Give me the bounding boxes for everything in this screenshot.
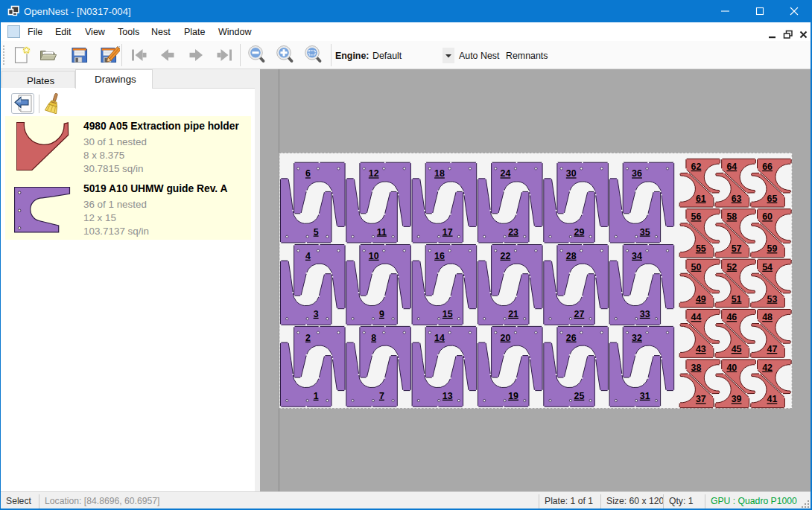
svg-text:41: 41: [767, 394, 778, 404]
svg-text:56: 56: [691, 211, 702, 222]
svg-text:47: 47: [767, 344, 778, 354]
svg-text:17: 17: [443, 227, 453, 238]
svg-text:29: 29: [574, 227, 585, 238]
svg-text:12: 12: [369, 168, 379, 179]
svg-text:35: 35: [640, 227, 650, 238]
svg-text:49: 49: [696, 294, 706, 305]
svg-text:65: 65: [767, 194, 778, 204]
svg-text:22: 22: [501, 251, 511, 261]
svg-text:36: 36: [632, 168, 642, 179]
svg-text:19: 19: [508, 391, 518, 401]
svg-text:44: 44: [691, 312, 702, 322]
svg-text:53: 53: [767, 294, 778, 305]
svg-text:59: 59: [767, 243, 778, 254]
svg-text:42: 42: [762, 363, 773, 373]
svg-text:38: 38: [691, 363, 702, 373]
svg-text:46: 46: [726, 312, 737, 322]
svg-text:62: 62: [691, 162, 702, 172]
svg-text:9: 9: [379, 309, 384, 319]
svg-text:26: 26: [566, 333, 577, 343]
svg-text:33: 33: [640, 309, 650, 319]
svg-text:5: 5: [314, 227, 319, 238]
svg-text:37: 37: [696, 394, 706, 404]
svg-text:13: 13: [443, 391, 453, 401]
svg-text:15: 15: [443, 309, 453, 319]
svg-text:52: 52: [726, 262, 737, 272]
svg-text:43: 43: [696, 344, 706, 354]
svg-text:32: 32: [632, 333, 642, 343]
svg-text:3: 3: [314, 309, 319, 319]
svg-text:24: 24: [501, 168, 511, 179]
svg-text:6: 6: [305, 168, 311, 179]
svg-text:39: 39: [732, 394, 742, 404]
svg-text:55: 55: [696, 243, 706, 254]
svg-text:23: 23: [508, 227, 518, 238]
svg-text:51: 51: [732, 294, 742, 305]
svg-text:45: 45: [732, 344, 742, 354]
svg-text:8: 8: [371, 333, 376, 343]
svg-text:40: 40: [726, 363, 737, 373]
svg-text:28: 28: [566, 251, 577, 261]
svg-text:4: 4: [305, 251, 311, 261]
svg-text:58: 58: [726, 211, 737, 222]
svg-text:20: 20: [501, 333, 511, 343]
svg-text:11: 11: [377, 227, 387, 238]
svg-text:10: 10: [369, 251, 379, 261]
svg-text:61: 61: [696, 194, 706, 204]
svg-text:25: 25: [574, 391, 585, 401]
svg-text:27: 27: [574, 309, 585, 319]
svg-text:50: 50: [691, 262, 702, 272]
svg-text:34: 34: [632, 251, 642, 261]
svg-text:63: 63: [732, 194, 742, 204]
svg-text:60: 60: [762, 211, 773, 222]
svg-text:16: 16: [434, 251, 445, 261]
svg-text:54: 54: [762, 262, 773, 272]
svg-text:30: 30: [566, 168, 577, 179]
svg-text:18: 18: [434, 168, 445, 179]
svg-text:14: 14: [434, 333, 445, 343]
svg-text:2: 2: [305, 333, 311, 343]
svg-text:7: 7: [379, 391, 384, 401]
svg-text:64: 64: [726, 162, 737, 172]
svg-text:1: 1: [314, 391, 319, 401]
svg-text:66: 66: [762, 162, 773, 172]
svg-text:57: 57: [732, 243, 742, 254]
svg-text:21: 21: [508, 309, 518, 319]
svg-text:31: 31: [640, 391, 650, 401]
svg-text:48: 48: [762, 312, 773, 322]
